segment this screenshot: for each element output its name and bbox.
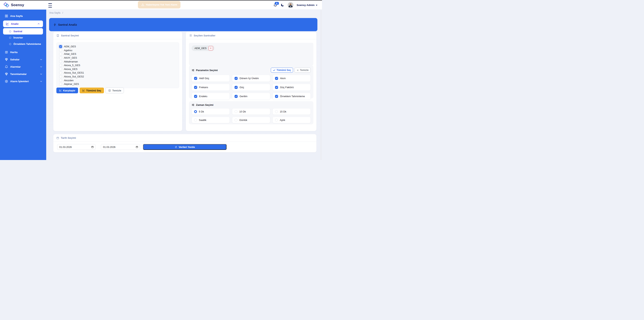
app-logo[interactable]: Soensy [4, 0, 24, 9]
time-option[interactable]: 10 Dk [232, 108, 270, 115]
parameter-option[interactable]: Dönem İçi Üretim [232, 75, 270, 82]
santral-option[interactable]: Akova_Sut_GES1 [59, 71, 176, 75]
sidebar-item-alarmlar[interactable]: Alarmlar [0, 63, 46, 70]
parameter-option[interactable]: Endeks [192, 93, 230, 100]
radio-selected-icon[interactable] [194, 110, 197, 113]
parameter-option[interactable]: Aktif Güç [192, 75, 230, 82]
calendar-icon[interactable] [91, 146, 94, 148]
checkbox-icon[interactable] [59, 83, 62, 85]
santral-option[interactable]: Akkahraman [59, 60, 176, 63]
radio-icon[interactable] [234, 110, 238, 113]
checkbox-icon[interactable] [59, 56, 62, 59]
parameter-option[interactable]: Güç [232, 84, 270, 91]
checkbox-checked-icon[interactable] [234, 86, 238, 89]
checkbox-icon[interactable] [59, 64, 62, 67]
checkbox-icon[interactable] [59, 68, 62, 70]
checkbox-checked-icon[interactable] [194, 95, 197, 98]
sliders-icon [192, 103, 194, 106]
breadcrumb-home-link[interactable]: Ana Sayfa [49, 11, 60, 14]
checkbox-checked-icon[interactable] [194, 86, 197, 89]
remove-tag-button[interactable]: × [208, 46, 213, 51]
time-option[interactable]: 15 Dk [272, 108, 311, 115]
sidebar-item-orneklem-tahminleme[interactable]: Örneklem Tahminleme [0, 41, 46, 47]
start-date-field[interactable] [57, 144, 96, 150]
sidebar-item-harita[interactable]: Harita [0, 48, 46, 56]
page-scrollbar[interactable] [320, 10, 322, 160]
clear-parameters-button[interactable]: Temizle [294, 68, 311, 73]
toast-alert[interactable]: Haberleşme Yok Yeni Alarm [138, 1, 180, 8]
dark-mode-toggle[interactable] [280, 3, 284, 7]
time-option[interactable]: Aylık [272, 117, 311, 123]
santral-action-buttons: Karşılaştır Tümünü Seç Temizle [56, 88, 124, 93]
checkbox-icon[interactable] [59, 75, 62, 78]
checkbox-checked-icon[interactable] [275, 77, 278, 80]
checkbox-icon[interactable] [59, 71, 62, 74]
sidebar-toggle-button[interactable] [48, 3, 52, 8]
selected-santrals-header: Seçilen Santraller [186, 32, 316, 39]
checkbox-checked-icon[interactable] [59, 45, 62, 48]
santral-option-label: Akpinar_GES [64, 83, 79, 85]
notifications-button[interactable]: 6 [273, 3, 277, 7]
santral-selection-header: Santral Seçimi [53, 32, 182, 39]
user-name-label: Soensy Admin [297, 4, 314, 6]
santral-option[interactable]: Akova_GES [59, 67, 176, 71]
parameter-option[interactable]: Frekans [192, 84, 230, 91]
santral-option[interactable]: Akova_5_GES [59, 63, 176, 67]
end-date-field[interactable] [101, 144, 140, 150]
parameter-option[interactable]: Akım [272, 75, 311, 82]
sidebar-item-santral[interactable]: Santral [3, 28, 43, 34]
sidebar-item-sahalar[interactable]: Sahalar [0, 56, 46, 63]
header-actions: 6 Soensy Admin [273, 0, 318, 9]
time-option[interactable]: Günlük [232, 117, 270, 123]
radio-icon[interactable] [194, 119, 197, 121]
santral-option[interactable]: Agahsu [59, 48, 176, 52]
sidebar-item-analiz[interactable]: Analiz [3, 20, 43, 27]
user-avatar[interactable] [288, 2, 294, 8]
checkbox-icon[interactable] [59, 60, 62, 63]
santral-option[interactable]: AEM_GES [59, 45, 176, 48]
checkbox-checked-icon[interactable] [275, 95, 278, 98]
santral-option[interactable]: AKAY_GES [59, 56, 176, 60]
sidebar-item-tanimlamalar[interactable]: Tanımlamalar [0, 70, 46, 78]
radio-icon[interactable] [234, 119, 238, 121]
checkbox-checked-icon[interactable] [194, 77, 197, 80]
checkbox-checked-icon[interactable] [234, 77, 238, 80]
checkbox-icon[interactable] [59, 49, 62, 51]
select-all-parameters-button[interactable]: Tümünü Seç [271, 68, 293, 73]
calendar-icon[interactable] [136, 146, 138, 148]
parameter-option[interactable]: Gerilim [232, 93, 270, 100]
parameter-option-label: Akım [280, 77, 286, 80]
time-option[interactable]: Saatlik [192, 117, 230, 123]
radio-icon[interactable] [275, 110, 278, 113]
page-title: Santral Analiz [58, 23, 77, 26]
sidebar-item-alarm-islemleri[interactable]: Alarm İşlemleri [0, 78, 46, 85]
selected-santrals-panel: Seçilen Santraller AEM_GES × [186, 32, 316, 131]
checkbox-icon[interactable] [59, 53, 62, 55]
checkbox-checked-icon[interactable] [275, 86, 278, 89]
santral-option[interactable]: Ahlat_GES [59, 52, 176, 56]
end-date-input[interactable] [103, 146, 126, 148]
user-menu[interactable]: Soensy Admin [297, 4, 318, 6]
sidebar-item-inverter[interactable]: İnverter [0, 34, 46, 41]
santral-option[interactable]: Akova_Sut_GES2 [59, 75, 176, 78]
radio-icon[interactable] [275, 119, 278, 121]
chevron-down-icon [316, 5, 318, 6]
parameter-selection-header: Parametre Seçimi [192, 69, 218, 72]
time-option[interactable]: 5 Dk [192, 108, 230, 115]
refresh-data-button[interactable]: Verileri Yenile [143, 144, 226, 150]
select-all-santrals-button[interactable]: Tümünü Seç [80, 88, 104, 93]
clear-santrals-button[interactable]: Temizle [106, 88, 124, 93]
parameter-option[interactable]: Örneklem Tahminleme [272, 93, 311, 100]
checkbox-checked-icon[interactable] [234, 95, 238, 98]
checkbox-icon[interactable] [59, 79, 62, 82]
selected-santral-tag-label: AEM_GES [194, 47, 206, 50]
santral-option[interactable]: Akpinar_GES [59, 82, 176, 86]
chart-line-icon [82, 89, 85, 92]
santral-option[interactable]: Akozden [59, 78, 176, 82]
compare-button[interactable]: Karşılaştır [56, 88, 78, 93]
start-date-input[interactable] [59, 146, 82, 148]
soensy-logo-icon [4, 2, 9, 8]
parameter-option-label: Dönem İçi Üretim [240, 77, 259, 80]
parameter-option[interactable]: Güç Faktörü [272, 84, 311, 91]
sidebar-item-ana-sayfa[interactable]: Ana Sayfa [0, 13, 46, 18]
